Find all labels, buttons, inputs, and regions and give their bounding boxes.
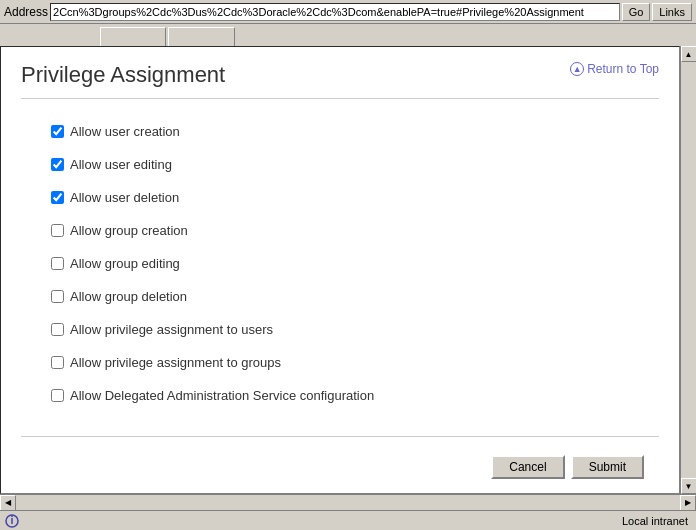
allow-user-creation-checkbox[interactable] [51,125,64,138]
return-to-top-label: Return to Top [587,62,659,76]
tab-2[interactable] [168,27,234,47]
cancel-button[interactable]: Cancel [491,455,564,479]
scroll-up-arrow[interactable]: ▲ [681,46,697,62]
allow-group-deletion-checkbox[interactable] [51,290,64,303]
go-button[interactable]: Go [622,3,651,21]
allow-group-editing-checkbox[interactable] [51,257,64,270]
status-zone: Local intranet [622,515,692,527]
page-footer: Home | Help [21,487,659,494]
scroll-left-arrow[interactable]: ◀ [0,495,16,511]
return-top-icon: ▲ [570,62,584,76]
scroll-track-x[interactable] [16,495,680,511]
address-label: Address [4,5,48,19]
horizontal-scrollbar: ◀ ▶ [0,494,696,510]
browser-frame: Address Go Links Privilege Assignment ▲ … [0,0,696,530]
allow-privilege-groups-checkbox[interactable] [51,356,64,369]
list-item: Allow privilege assignment to users [51,322,659,337]
list-item: Allow Delegated Administration Service c… [51,388,659,403]
divider [21,436,659,437]
list-item: Allow group editing [51,256,659,271]
list-item: Allow group creation [51,223,659,238]
allow-privilege-users-label: Allow privilege assignment to users [70,322,273,337]
list-item: Allow group deletion [51,289,659,304]
content-area: Privilege Assignment ▲ Return to Top All… [0,46,696,494]
list-item: Allow user deletion [51,190,659,205]
checkbox-list: Allow user creation Allow user editing A… [21,119,659,426]
allow-user-editing-checkbox[interactable] [51,158,64,171]
tab-1[interactable] [100,27,166,47]
return-to-top-link[interactable]: ▲ Return to Top [570,62,659,76]
allow-user-editing-label: Allow user editing [70,157,172,172]
vertical-scrollbar: ▲ ▼ [680,46,696,494]
allow-user-deletion-checkbox[interactable] [51,191,64,204]
tab-area [0,24,696,46]
buttons-area: Cancel Submit [21,447,659,487]
page-inner: Privilege Assignment ▲ Return to Top All… [1,47,679,494]
list-item: Allow user editing [51,157,659,172]
allow-group-creation-checkbox[interactable] [51,224,64,237]
submit-button[interactable]: Submit [571,455,644,479]
address-input[interactable] [50,3,620,21]
page-title: Privilege Assignment [21,62,225,88]
allow-das-config-label: Allow Delegated Administration Service c… [70,388,374,403]
svg-point-2 [11,515,13,517]
allow-group-deletion-label: Allow group deletion [70,289,187,304]
scroll-right-arrow[interactable]: ▶ [680,495,696,511]
allow-das-config-checkbox[interactable] [51,389,64,402]
allow-privilege-groups-label: Allow privilege assignment to groups [70,355,281,370]
address-bar: Address Go Links [0,0,696,24]
allow-group-creation-label: Allow group creation [70,223,188,238]
allow-privilege-users-checkbox[interactable] [51,323,64,336]
allow-user-creation-label: Allow user creation [70,124,180,139]
allow-user-deletion-label: Allow user deletion [70,190,179,205]
page-content: Privilege Assignment ▲ Return to Top All… [0,46,680,494]
links-button[interactable]: Links [652,3,692,21]
allow-group-editing-label: Allow group editing [70,256,180,271]
list-item: Allow privilege assignment to groups [51,355,659,370]
scroll-down-arrow[interactable]: ▼ [681,478,697,494]
status-bar: Local intranet [0,510,696,530]
list-item: Allow user creation [51,124,659,139]
scroll-track-y[interactable] [681,62,697,478]
page-header: Privilege Assignment ▲ Return to Top [21,62,659,99]
status-icon [4,513,20,529]
